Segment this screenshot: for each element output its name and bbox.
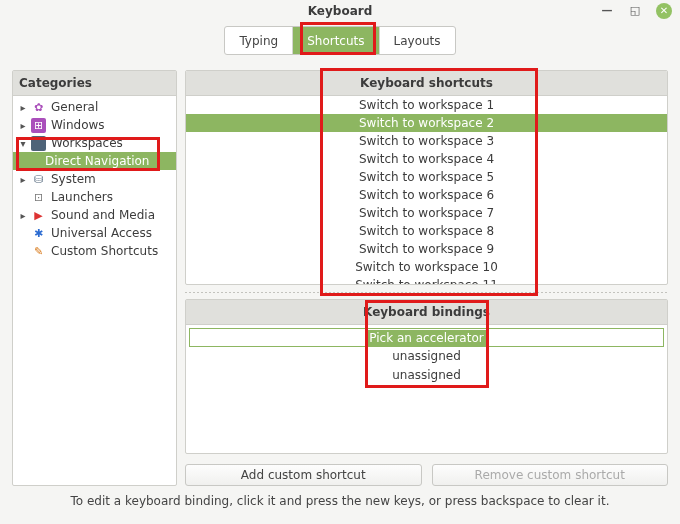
- shortcut-label: Switch to workspace 7: [359, 206, 494, 220]
- tab-shortcuts[interactable]: Shortcuts: [293, 27, 379, 54]
- expander-icon[interactable]: ▸: [17, 120, 29, 131]
- shortcut-item[interactable]: Switch to workspace 11: [186, 276, 667, 284]
- expander-icon[interactable]: ▸: [17, 102, 29, 113]
- category-item[interactable]: ▸⊞Windows: [13, 116, 176, 134]
- shortcut-item[interactable]: Switch to workspace 7: [186, 204, 667, 222]
- binding-item[interactable]: unassigned: [189, 347, 664, 366]
- workspaces-icon: [31, 136, 46, 151]
- shortcut-item[interactable]: Switch to workspace 1: [186, 96, 667, 114]
- shortcut-item[interactable]: Switch to workspace 2: [186, 114, 667, 132]
- shortcut-item[interactable]: Switch to workspace 9: [186, 240, 667, 258]
- main-tabs: TypingShortcutsLayouts: [224, 26, 455, 55]
- category-item[interactable]: ▸✿General: [13, 98, 176, 116]
- shortcut-item[interactable]: Switch to workspace 6: [186, 186, 667, 204]
- category-label: System: [51, 172, 96, 186]
- binding-item[interactable]: unassigned: [189, 366, 664, 385]
- close-icon[interactable]: ✕: [656, 3, 672, 19]
- category-label: Direct Navigation: [45, 154, 149, 168]
- access-icon: ✱: [31, 226, 46, 241]
- drag-handle[interactable]: [185, 291, 668, 293]
- category-item[interactable]: ▾ Workspaces: [13, 134, 176, 152]
- binding-label: Pick an accelerator: [367, 330, 485, 346]
- expander-icon[interactable]: ▸: [17, 174, 29, 185]
- minimize-icon[interactable]: —: [600, 4, 614, 18]
- shortcut-item[interactable]: Switch to workspace 8: [186, 222, 667, 240]
- binding-label: unassigned: [392, 349, 461, 363]
- shortcuts-header: Keyboard shortcuts: [186, 71, 667, 96]
- category-item[interactable]: Direct Navigation: [13, 152, 176, 170]
- category-label: Workspaces: [51, 136, 123, 150]
- expander-icon[interactable]: ▾: [17, 138, 29, 149]
- shortcut-label: Switch to workspace 8: [359, 224, 494, 238]
- general-icon: ✿: [31, 100, 46, 115]
- categories-header: Categories: [13, 71, 176, 96]
- add-button-label: Add custom shortcut: [241, 468, 366, 482]
- category-item[interactable]: ▸⛁System: [13, 170, 176, 188]
- system-icon: ⛁: [31, 172, 46, 187]
- categories-tree: ▸✿General▸⊞Windows▾ WorkspacesDirect Nav…: [13, 96, 176, 262]
- bindings-header: Keyboard bindings: [186, 300, 667, 325]
- bindings-list: Pick an acceleratorunassignedunassigned: [186, 325, 667, 453]
- category-label: Launchers: [51, 190, 113, 204]
- footer-hint: To edit a keyboard binding, click it and…: [0, 486, 680, 508]
- shortcut-label: Switch to workspace 5: [359, 170, 494, 184]
- titlebar: Keyboard — ◱ ✕: [0, 0, 680, 22]
- bindings-panel: Keyboard bindings Pick an acceleratoruna…: [185, 299, 668, 454]
- expander-icon[interactable]: ▸: [17, 210, 29, 221]
- category-item[interactable]: ✱Universal Access: [13, 224, 176, 242]
- add-custom-shortcut-button[interactable]: Add custom shortcut: [185, 464, 422, 487]
- category-label: Universal Access: [51, 226, 152, 240]
- windows-icon: ⊞: [31, 118, 46, 133]
- shortcut-label: Switch to workspace 4: [359, 152, 494, 166]
- shortcut-label: Switch to workspace 9: [359, 242, 494, 256]
- media-icon: ▶: [31, 208, 46, 223]
- tabs-row: TypingShortcutsLayouts: [0, 22, 680, 64]
- shortcut-item[interactable]: Switch to workspace 3: [186, 132, 667, 150]
- shortcut-label: Switch to workspace 10: [355, 260, 498, 274]
- binding-item[interactable]: Pick an accelerator: [189, 328, 664, 347]
- category-item[interactable]: ▸▶Sound and Media: [13, 206, 176, 224]
- category-item[interactable]: ⊡Launchers: [13, 188, 176, 206]
- maximize-icon[interactable]: ◱: [628, 4, 642, 18]
- launchers-icon: ⊡: [31, 190, 46, 205]
- tab-label: Layouts: [394, 34, 441, 48]
- shortcut-item[interactable]: Switch to workspace 4: [186, 150, 667, 168]
- tab-label: Shortcuts: [307, 34, 364, 48]
- category-label: Sound and Media: [51, 208, 155, 222]
- categories-panel: Categories ▸✿General▸⊞Windows▾ Workspace…: [12, 70, 177, 486]
- binding-label: unassigned: [392, 368, 461, 382]
- category-item[interactable]: ✎Custom Shortcuts: [13, 242, 176, 260]
- shortcut-item[interactable]: Switch to workspace 5: [186, 168, 667, 186]
- window-title: Keyboard: [308, 4, 373, 18]
- tab-label: Typing: [239, 34, 278, 48]
- category-label: Custom Shortcuts: [51, 244, 158, 258]
- shortcut-label: Switch to workspace 2: [359, 116, 494, 130]
- shortcuts-list[interactable]: Switch to workspace 1Switch to workspace…: [186, 96, 667, 284]
- shortcuts-panel: Keyboard shortcuts Switch to workspace 1…: [185, 70, 668, 285]
- remove-custom-shortcut-button: Remove custom shortcut: [432, 464, 669, 487]
- shortcut-label: Switch to workspace 3: [359, 134, 494, 148]
- category-label: Windows: [51, 118, 105, 132]
- remove-button-label: Remove custom shortcut: [475, 468, 625, 482]
- shortcut-label: Switch to workspace 11: [355, 278, 498, 284]
- custom-icon: ✎: [31, 244, 46, 259]
- category-label: General: [51, 100, 98, 114]
- shortcut-label: Switch to workspace 6: [359, 188, 494, 202]
- shortcut-label: Switch to workspace 1: [359, 98, 494, 112]
- shortcut-item[interactable]: Switch to workspace 10: [186, 258, 667, 276]
- tab-layouts[interactable]: Layouts: [380, 27, 455, 54]
- tab-typing[interactable]: Typing: [225, 27, 293, 54]
